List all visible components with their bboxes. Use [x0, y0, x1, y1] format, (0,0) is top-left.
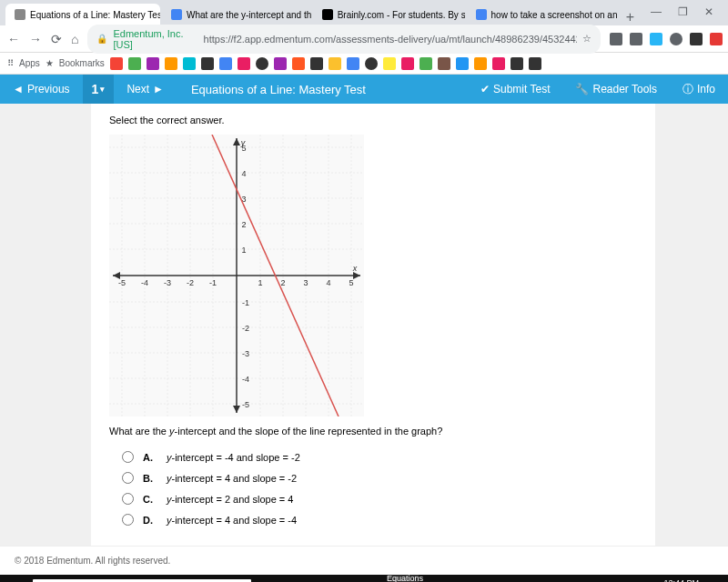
- svg-text:1: 1: [258, 278, 262, 287]
- previous-button[interactable]: ◄Previous: [0, 75, 83, 104]
- bookmark-icon[interactable]: [438, 57, 450, 70]
- tab-2[interactable]: What are the y-intercept and th×: [162, 4, 311, 25]
- start-button[interactable]: [0, 575, 33, 582]
- info-button[interactable]: ⓘInfo: [670, 75, 728, 104]
- bookmark-icon[interactable]: [165, 57, 177, 70]
- svg-text:-3: -3: [164, 278, 171, 287]
- tab-3[interactable]: Brainly.com - For students. By s×: [313, 4, 465, 25]
- browser-tabstrip: Equations of a Line: Mastery Test× What …: [0, 0, 728, 25]
- ext-icon[interactable]: [610, 33, 622, 45]
- content-area[interactable]: Select the correct answer. -5-4-3-2-1 12…: [0, 104, 728, 546]
- task-view-icon[interactable]: ⊞: [257, 575, 288, 582]
- bookmark-icon[interactable]: [347, 57, 359, 70]
- bookmark-icon[interactable]: [383, 57, 396, 70]
- svg-text:-1: -1: [209, 278, 217, 287]
- chevron-down-icon: ▾: [100, 85, 105, 94]
- page-icon: [15, 9, 25, 20]
- info-icon: ⓘ: [682, 82, 693, 97]
- answer-d[interactable]: D.y-intercept = 4 and slope = -4: [122, 514, 637, 526]
- svg-text:-5: -5: [242, 400, 249, 409]
- bookmark-icon[interactable]: [511, 57, 523, 70]
- ext-icon[interactable]: [690, 33, 703, 45]
- bookmark-icon[interactable]: [201, 57, 214, 70]
- question-panel: Select the correct answer. -5-4-3-2-1 12…: [91, 104, 655, 546]
- url-input[interactable]: 🔒 Edmentum, Inc. [US] https://f2.app.edm…: [87, 25, 601, 54]
- chrome-app[interactable]: Equations of a Line:...: [388, 575, 419, 582]
- bookmark-icon[interactable]: [110, 57, 123, 70]
- reader-tools-button[interactable]: 🔧Reader Tools: [562, 75, 670, 104]
- next-button[interactable]: Next►: [114, 75, 177, 104]
- bookmark-icon[interactable]: [474, 57, 487, 70]
- bookmark-icon[interactable]: [128, 57, 141, 70]
- bookmark-icon[interactable]: [310, 57, 323, 70]
- bookmark-icon[interactable]: [529, 57, 541, 70]
- bookmark-icon[interactable]: [238, 57, 250, 70]
- page-icon: [476, 9, 487, 20]
- back-icon[interactable]: ←: [7, 32, 20, 46]
- ext-icon[interactable]: [710, 33, 723, 45]
- address-bar: ← → ⟳ ⌂ 🔒 Edmentum, Inc. [US] https://f2…: [0, 25, 728, 53]
- footer: © 2018 Edmentum. All rights reserved.: [0, 546, 728, 575]
- reload-icon[interactable]: ⟳: [51, 32, 62, 46]
- radio-a[interactable]: [122, 451, 134, 463]
- new-tab-button[interactable]: +: [619, 9, 642, 25]
- radio-c[interactable]: [122, 493, 134, 505]
- star-icon[interactable]: ☆: [582, 33, 592, 45]
- answer-b[interactable]: B.y-intercept = 4 and slope = -2: [122, 472, 637, 484]
- taskbar-search[interactable]: ⌕Type here to search🎤: [33, 579, 251, 583]
- submit-test-button[interactable]: ✔Submit Test: [468, 75, 562, 104]
- page-icon: [322, 9, 333, 20]
- tab-1[interactable]: Equations of a Line: Mastery Test×: [5, 4, 160, 25]
- app-toolbar: ◄Previous 1▾ Next► Equations of a Line: …: [0, 75, 728, 104]
- chevron-right-icon: ►: [153, 83, 164, 95]
- bookmark-icon[interactable]: [219, 57, 232, 70]
- bookmark-icon[interactable]: [365, 57, 378, 70]
- bookmark-icon[interactable]: [256, 57, 268, 70]
- svg-text:-5: -5: [118, 278, 126, 287]
- bookmark-icon[interactable]: [183, 57, 196, 70]
- bookmark-icon[interactable]: [292, 57, 305, 70]
- edge-icon[interactable]: [289, 575, 320, 582]
- tab-4[interactable]: how to take a screenshot on an×: [467, 4, 617, 25]
- extensions: ⁝⁝⁝ ⋮: [610, 33, 728, 45]
- svg-text:-1: -1: [242, 298, 249, 307]
- ext-icon[interactable]: [670, 33, 682, 45]
- radio-b[interactable]: [122, 472, 134, 484]
- answer-c[interactable]: C.y-intercept = 2 and slope = 4: [122, 493, 637, 505]
- ext-icon[interactable]: [650, 33, 662, 45]
- prompt: Select the correct answer.: [109, 115, 637, 125]
- explorer-icon[interactable]: [322, 575, 353, 582]
- svg-text:5: 5: [349, 278, 353, 287]
- maximize-icon[interactable]: ❐: [678, 5, 688, 18]
- radio-d[interactable]: [122, 514, 134, 526]
- svg-text:2: 2: [241, 220, 246, 229]
- chevron-left-icon: ◄: [13, 83, 24, 95]
- clock[interactable]: 12:44 PM11/16/2018: [652, 578, 704, 582]
- answer-a[interactable]: A.y-intercept = -4 and slope = -2: [122, 451, 637, 463]
- home-icon[interactable]: ⌂: [71, 32, 78, 46]
- bookmark-icon[interactable]: [329, 57, 341, 70]
- apps-icon[interactable]: ⠿: [7, 58, 14, 68]
- lock-icon: 🔒: [96, 34, 107, 44]
- bookmark-icon[interactable]: [274, 57, 287, 70]
- question-number[interactable]: 1▾: [83, 75, 115, 104]
- bookmark-icon[interactable]: [401, 57, 414, 70]
- check-icon: ✔: [480, 83, 490, 95]
- wrench-icon: 🔧: [575, 83, 589, 95]
- svg-text:-4: -4: [141, 278, 148, 287]
- bookmark-icon[interactable]: [420, 57, 432, 70]
- svg-text:4: 4: [326, 278, 330, 287]
- svg-text:-4: -4: [242, 375, 249, 384]
- svg-text:-2: -2: [187, 278, 194, 287]
- bookmark-icon[interactable]: [147, 57, 159, 70]
- bookmark-icon[interactable]: [492, 57, 505, 70]
- bookmark-icon[interactable]: [456, 57, 469, 70]
- minimize-icon[interactable]: —: [651, 5, 662, 18]
- svg-text:2: 2: [280, 278, 285, 287]
- ext-icon[interactable]: [630, 33, 642, 45]
- window-controls: — ❐ ✕: [642, 5, 723, 25]
- close-icon[interactable]: ✕: [704, 5, 713, 18]
- store-icon[interactable]: [355, 575, 386, 582]
- forward-icon[interactable]: →: [29, 32, 42, 46]
- star-icon: ★: [46, 58, 54, 68]
